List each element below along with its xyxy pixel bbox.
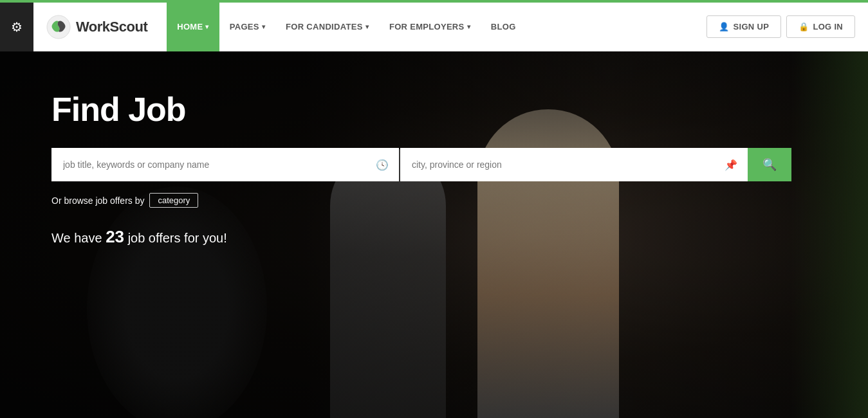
nav-pages[interactable]: PAGES ▾	[219, 3, 275, 51]
search-icon: 🔍	[762, 158, 777, 172]
gear-icon: ⚙	[11, 19, 23, 35]
nav-for-employers[interactable]: FOR EMPLOYERS ▾	[379, 3, 481, 51]
lock-icon: 🔒	[799, 22, 809, 32]
search-bar: 🕓 📌 🔍	[51, 148, 791, 181]
sign-up-button[interactable]: 👤 SIGN UP	[706, 15, 781, 38]
keyword-search-input[interactable]	[51, 148, 399, 181]
keyword-search-wrap: 🕓	[51, 148, 399, 181]
clock-icon: 🕓	[376, 159, 389, 171]
nav-for-candidates[interactable]: FOR CANDIDATES ▾	[275, 3, 379, 51]
main-nav: HOME ▾ PAGES ▾ FOR CANDIDATES ▾ FOR EMPL…	[167, 3, 706, 51]
job-count-text: We have 23 job offers for you!	[51, 227, 868, 247]
pages-chevron-icon: ▾	[262, 23, 265, 30]
location-search-input[interactable]	[400, 148, 748, 181]
hero-section: Find Job 🕓 📌 🔍 Or browse job offers by c…	[0, 51, 868, 418]
settings-button[interactable]: ⚙	[0, 3, 33, 51]
header-actions: 👤 SIGN UP 🔒 LOG IN	[706, 15, 855, 38]
nav-home[interactable]: HOME ▾	[167, 3, 219, 51]
logo-icon	[46, 15, 71, 39]
logo[interactable]: WorkScout	[46, 15, 147, 39]
candidates-chevron-icon: ▾	[365, 23, 369, 30]
nav-blog[interactable]: BLOG	[481, 3, 526, 51]
job-count-number: 23	[106, 227, 124, 246]
location-search-wrap: 📌	[400, 148, 748, 181]
main-header: ⚙ WorkScout HOME ▾ PAGES ▾ FOR CANDIDATE…	[0, 3, 868, 51]
employers-chevron-icon: ▾	[467, 23, 470, 30]
browse-by-text: Or browse job offers by category	[51, 193, 868, 208]
logo-text: WorkScout	[76, 19, 147, 35]
category-button[interactable]: category	[149, 193, 198, 208]
search-button[interactable]: 🔍	[748, 148, 791, 181]
location-pin-icon: 📌	[725, 159, 737, 171]
hero-title: Find Job	[51, 90, 868, 129]
hero-content: Find Job 🕓 📌 🔍 Or browse job offers by c…	[0, 51, 868, 247]
home-chevron-icon: ▾	[205, 23, 208, 30]
user-icon: 👤	[719, 22, 729, 32]
log-in-button[interactable]: 🔒 LOG IN	[786, 15, 855, 38]
